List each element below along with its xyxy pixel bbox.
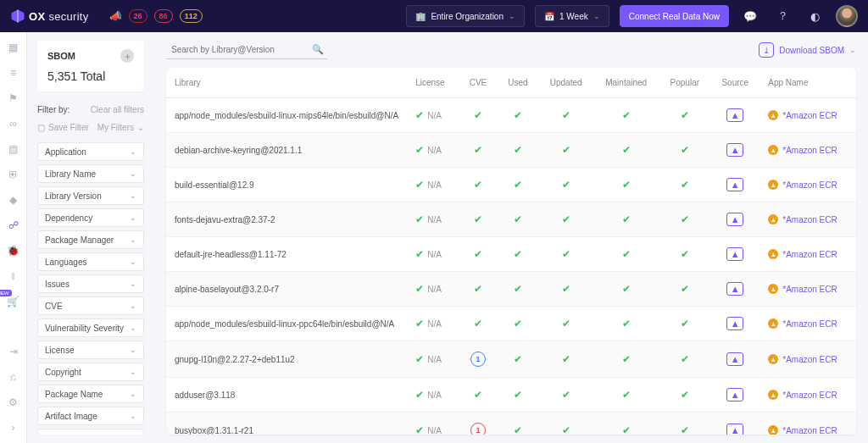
cve-badge[interactable]: 1 (470, 423, 486, 435)
used-cell: ✔ (498, 413, 539, 435)
user-avatar[interactable] (836, 5, 858, 27)
check-icon: ✔ (681, 248, 689, 260)
col-license[interactable]: License (407, 68, 459, 98)
source-icon: ▲ (731, 318, 740, 329)
filter-cve[interactable]: CVE⌄ (37, 296, 144, 315)
table-row[interactable]: build-essential@12.9 ✔ N/A ✔ ✔ ✔ ✔ ✔ ▲ ▲… (166, 168, 856, 202)
check-icon: ✔ (514, 389, 522, 401)
filter-issues[interactable]: Issues⌄ (37, 274, 144, 293)
check-icon: ✔ (415, 424, 424, 435)
table-row[interactable]: adduser@3.118 ✔ N/A ✔ ✔ ✔ ✔ ✔ ▲ ▲*Amazon… (166, 378, 856, 413)
filter-library-version[interactable]: Library Version⌄ (37, 186, 144, 205)
org-selector[interactable]: 🏢 Entire Organization ⌄ (406, 5, 525, 27)
nav-indent-icon[interactable]: ⇥ (7, 345, 20, 358)
nav-new-icon[interactable]: 🛒NEW (7, 295, 20, 308)
filter-library-name[interactable]: Library Name⌄ (37, 164, 144, 183)
darkmode-icon[interactable]: ◐ (804, 5, 826, 27)
nav-gear-icon[interactable]: ⚙ (7, 396, 20, 409)
nav-settings-icon[interactable]: ◆ (7, 193, 20, 207)
table-row[interactable]: alpine-baselayout@3.2.0-r7 ✔ N/A ✔ ✔ ✔ ✔… (166, 272, 856, 307)
library-cell: app/node_modules/esbuild-linux-mips64le/… (166, 98, 407, 133)
clear-all-filters[interactable]: Clear all filters (91, 105, 144, 114)
filter-artifact-image[interactable]: Artifact Image⌄ (37, 407, 144, 425)
table-row[interactable]: debian-archive-keyring@2021.1.1 ✔ N/A ✔ … (166, 133, 856, 168)
table-row[interactable]: default-jre-headless@1.11-72 ✔ N/A ✔ ✔ ✔… (166, 237, 856, 272)
nav-barcode-icon[interactable]: ⦀ (7, 269, 20, 283)
chevron-down-icon: ⌄ (130, 280, 136, 288)
filter-vulnerability-severity[interactable]: Vulnerability Severity⌄ (37, 318, 144, 337)
col-app[interactable]: App Name (760, 68, 856, 98)
nav-link-icon[interactable]: ∞ (7, 117, 20, 130)
check-icon: ✔ (681, 144, 689, 156)
check-icon: ✔ (514, 248, 522, 260)
sbom-summary-card: SBOM ＋ 5,351 Total (37, 41, 144, 91)
col-updated[interactable]: Updated (538, 68, 593, 98)
brand-logo[interactable]: OXsecurity (10, 8, 89, 24)
col-used[interactable]: Used (498, 68, 539, 98)
nav-expand-icon[interactable]: › (7, 421, 20, 435)
table-row[interactable]: app/node_modules/esbuild-linux-ppc64le/b… (166, 307, 856, 341)
library-search[interactable]: 🔍 (166, 41, 327, 59)
app-icon: ▲ (768, 214, 778, 224)
popular-cell: ✔ (659, 168, 710, 202)
check-icon: ✔ (681, 318, 689, 329)
search-icon: 🔍 (312, 44, 324, 55)
check-icon: ✔ (514, 144, 522, 156)
nav-apps-icon[interactable]: ▤ (7, 142, 20, 156)
connect-real-data-button[interactable]: Connect Real Data Now (620, 5, 729, 27)
library-cell: debian-archive-keyring@2021.1.1 (166, 133, 407, 168)
pill-high[interactable]: 86 (154, 9, 173, 23)
table-row[interactable]: gnupg-l10n@2.2.27-2+deb11u2 ✔ N/A 1 ✔ ✔ … (166, 341, 856, 378)
source-icon: ▲ (731, 425, 740, 435)
filter-package-name[interactable]: Package Name⌄ (37, 385, 144, 403)
nav-shield-icon[interactable]: ⛨ (7, 168, 20, 181)
nav-list-icon[interactable]: ≡ (7, 66, 20, 80)
daterange-selector[interactable]: 📅 1 Week ⌄ (535, 5, 609, 27)
save-filter-button[interactable]: ▢ Save Filter (37, 123, 89, 132)
cve-badge[interactable]: 1 (470, 352, 486, 367)
my-filters-button[interactable]: My Filters ⌄ (97, 123, 144, 132)
download-sbom-button[interactable]: ⤓ Download SBOM ⌄ (759, 42, 856, 58)
severity-pills: 📣 26 86 112 (109, 9, 203, 23)
table-row[interactable]: app/node_modules/esbuild-linux-mips64le/… (166, 98, 856, 133)
pill-critical[interactable]: 26 (129, 9, 147, 23)
table-row[interactable]: busybox@1.31.1-r21 ✔ N/A 1 ✔ ✔ ✔ ✔ ▲ ▲*A… (166, 413, 856, 435)
filter-languages[interactable]: Languages⌄ (37, 252, 144, 271)
check-icon: ✔ (415, 144, 424, 156)
filter-license[interactable]: License⌄ (37, 341, 144, 359)
megaphone-icon[interactable]: 📣 (109, 10, 122, 22)
filter-package-manager[interactable]: Package Manager⌄ (37, 230, 144, 249)
filter-registry-name[interactable]: Registry Name⌄ (37, 429, 144, 435)
nav-sbom-icon[interactable]: ☍ (7, 219, 20, 232)
nav-dashboard-icon[interactable]: ▦ (7, 41, 20, 54)
filter-dependency[interactable]: Dependency⌄ (37, 208, 144, 227)
col-cve[interactable]: CVE (459, 68, 497, 98)
app-icon: ▲ (768, 390, 778, 400)
help-icon[interactable]: ？ (771, 5, 793, 27)
check-icon: ✔ (562, 109, 570, 121)
check-icon: ✔ (562, 179, 570, 191)
cve-cell: ✔ (459, 307, 497, 341)
filter-application[interactable]: Application⌄ (37, 142, 144, 161)
source-icon: ▲ (731, 214, 740, 224)
license-cell: ✔ N/A (407, 307, 459, 341)
chat-icon[interactable]: 💬 (739, 5, 761, 27)
col-library[interactable]: Library (166, 68, 407, 98)
maintained-cell: ✔ (593, 272, 659, 307)
nav-flow-icon[interactable]: ⎌ (7, 370, 20, 384)
source-cell: ▲ (710, 237, 760, 272)
filter-copyright[interactable]: Copyright⌄ (37, 363, 144, 381)
used-cell: ✔ (498, 341, 539, 378)
pill-medium[interactable]: 112 (180, 9, 203, 23)
table-row[interactable]: fonts-dejavu-extra@2.37-2 ✔ N/A ✔ ✔ ✔ ✔ … (166, 202, 856, 237)
nav-alert-icon[interactable]: ⚑ (7, 91, 20, 105)
nav-bug-icon[interactable]: 🐞 (7, 244, 20, 257)
search-input[interactable] (170, 44, 305, 55)
col-popular[interactable]: Popular (659, 68, 710, 98)
col-source[interactable]: Source (710, 68, 760, 98)
check-icon: ✔ (681, 213, 689, 225)
add-sbom-button[interactable]: ＋ (120, 49, 134, 63)
chevron-down-icon: ⌄ (130, 346, 136, 354)
col-maintained[interactable]: Maintained (593, 68, 659, 98)
check-icon: ✔ (415, 179, 424, 191)
